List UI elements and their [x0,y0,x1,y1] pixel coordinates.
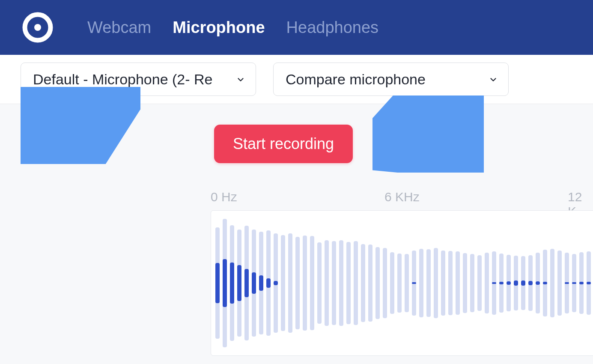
spectrum-bar [325,210,329,356]
spectrum-bar [368,210,372,356]
spectrum-bar [354,210,358,356]
controls-row: Default - Microphone (2- Re Compare micr… [0,55,593,104]
tabs: Webcam Microphone Headphones [87,18,378,37]
spectrum-bar [477,210,482,356]
header: Webcam Microphone Headphones [0,0,593,55]
compare-dropdown-label: Compare microphone [286,71,426,88]
spectrum-bars [215,211,593,355]
spectrum-bar [339,210,343,356]
tab-microphone[interactable]: Microphone [173,18,265,37]
spectrum-bar [448,210,453,356]
spectrum-bar [405,210,409,356]
spectrum-bar [426,210,431,356]
spectrum-bar [528,210,533,356]
tab-webcam[interactable]: Webcam [87,18,151,37]
spectrum-bar [230,210,234,356]
spectrum-bar [412,210,416,356]
svg-line-3 [390,113,467,143]
spectrum-bar [244,210,249,356]
freq-label-0hz: 0 Hz [211,190,237,204]
spectrum-bar [361,210,365,356]
spectrum-bar [536,210,540,356]
spectrum-bar [470,210,474,356]
spectrum-bar [383,210,387,356]
app-logo [22,12,53,43]
spectrum-bar [579,210,584,356]
spectrum-bar [441,210,445,356]
spectrum-bar [303,210,307,356]
spectrum-bar [237,210,241,356]
spectrum-bar [259,210,263,356]
chevron-down-icon [236,71,245,88]
spectrum-bar [485,210,489,356]
spectrum-bar [310,210,314,356]
spectrum-bar [266,210,271,356]
tab-headphones[interactable]: Headphones [286,18,379,37]
spectrum-bar [274,210,278,356]
spectrum-bar [346,210,351,356]
logo-icon [22,12,53,43]
device-dropdown-label: Default - Microphone (2- Re [33,71,213,88]
spectrum-bar [375,210,380,356]
spectrum-bar [434,210,438,356]
body-area: Start recording 0 Hz 6 KHz 12 K [0,104,593,364]
spectrum-bar [215,210,220,356]
spectrum-bar [397,210,402,356]
spectrum-bar [281,210,285,356]
spectrum-bar [295,210,300,356]
spectrum-bar [550,210,554,356]
spectrum-bar [252,210,256,356]
device-dropdown[interactable]: Default - Microphone (2- Re [21,63,256,96]
spectrum-bar [507,210,511,356]
compare-dropdown[interactable]: Compare microphone [273,63,509,96]
spectrum-bar [521,210,525,356]
spectrum-panel [211,210,593,356]
spectrum-bar [572,210,576,356]
spectrum-bar [492,210,496,356]
spectrum-bar [223,210,227,356]
spectrum-bar [514,210,518,356]
spectrum-bar [456,210,460,356]
annotation-arrow-right [372,95,484,173]
spectrum-bar [587,210,591,356]
spectrum-bar [543,210,547,356]
spectrum-bar [557,210,562,356]
svg-point-1 [34,24,41,31]
spectrum-bar [565,210,569,356]
freq-label-6khz: 6 KHz [384,190,420,204]
start-recording-button[interactable]: Start recording [214,125,353,163]
spectrum-bar [390,210,394,356]
spectrum-bar [332,210,336,356]
chevron-down-icon [489,71,498,88]
spectrum-bar [317,210,322,356]
spectrum-bar [499,210,504,356]
spectrum-bar [288,210,292,356]
spectrum-bar [419,210,423,356]
spectrum-bar [463,210,467,356]
